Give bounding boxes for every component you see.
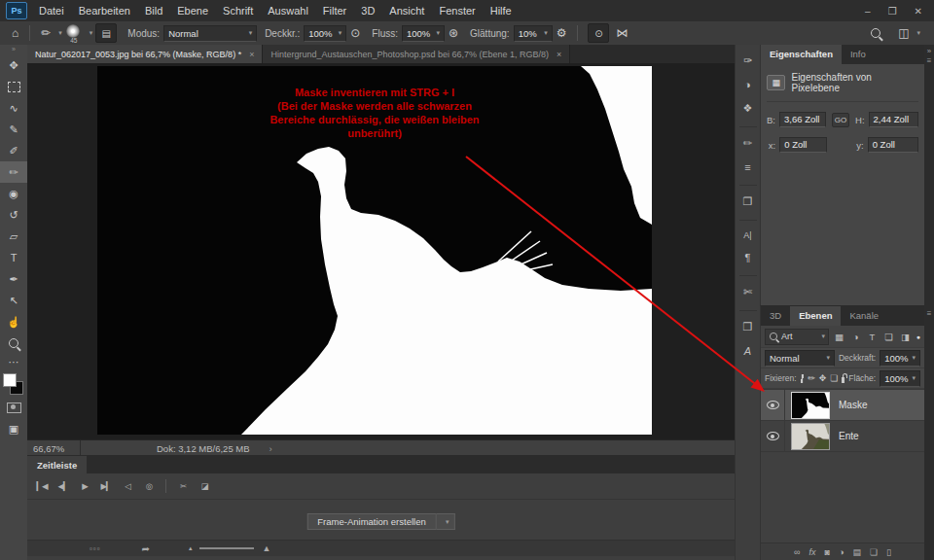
brush-preview[interactable]: 45 xyxy=(64,23,84,43)
link-layers-icon[interactable]: ∞ xyxy=(794,547,800,557)
layer-opacity-select[interactable]: 100% ▾ xyxy=(880,350,920,367)
zoom-tool[interactable] xyxy=(0,332,27,354)
flow-select[interactable]: 100% ▾ xyxy=(402,25,445,42)
libraries-panel-icon[interactable]: ❒ xyxy=(743,321,753,333)
render-settings-icon[interactable]: ◎ xyxy=(138,481,160,491)
lock-position-icon[interactable]: ✥ xyxy=(819,373,827,383)
tab-close-icon[interactable]: × xyxy=(557,50,561,59)
menu-3d[interactable]: 3D xyxy=(361,5,375,17)
minimize-icon[interactable]: – xyxy=(865,6,871,17)
brush-preset-chevron-icon[interactable]: ▾ xyxy=(58,29,62,37)
brush-tool[interactable]: ✏ xyxy=(0,161,27,183)
properties-menu-icon[interactable]: ≡ xyxy=(924,56,934,65)
brushes-panel-icon[interactable]: ✑ xyxy=(743,54,752,67)
create-animation-chevron-icon[interactable]: ▾ xyxy=(437,513,455,530)
menu-fenster[interactable]: Fenster xyxy=(439,5,475,17)
filter-type-layers-icon[interactable]: T xyxy=(866,332,879,342)
layer-row-ente[interactable]: Ente xyxy=(761,421,924,452)
workspace-chevron-icon[interactable]: ▾ xyxy=(916,29,920,37)
eyedropper-tool[interactable]: ✐ xyxy=(0,140,27,161)
tab-zeitleiste[interactable]: Zeitleiste xyxy=(27,456,87,474)
transition-icon[interactable]: ◪ xyxy=(194,481,215,491)
pen-tool[interactable]: ✒ xyxy=(0,268,27,290)
adjustments-panel-icon[interactable]: ◑ xyxy=(744,79,751,90)
screen-mode-button[interactable]: ▣ xyxy=(0,418,27,439)
menu-bearbeiten[interactable]: Bearbeiten xyxy=(79,5,130,17)
history-brush-tool[interactable]: ↺ xyxy=(0,204,27,226)
styles-panel-icon[interactable]: ❖ xyxy=(743,102,753,115)
brush-preset-icon[interactable]: ✏ xyxy=(37,26,54,40)
airbrush-icon[interactable]: ⊛ xyxy=(445,26,462,40)
paragraph-panel-icon[interactable]: ¶ xyxy=(745,252,751,263)
shortcut-arrow-icon[interactable]: ➦ xyxy=(142,543,150,554)
menu-ebene[interactable]: Ebene xyxy=(177,5,208,17)
previous-frame-icon[interactable]: ◀▎ xyxy=(53,481,74,491)
home-icon[interactable]: ⌂ xyxy=(8,26,22,40)
new-group-icon[interactable]: ▤ xyxy=(852,547,861,557)
layer-row-maske[interactable]: Maske xyxy=(761,390,924,421)
filter-pixel-layers-icon[interactable]: ▦ xyxy=(833,332,845,342)
visibility-cell[interactable] xyxy=(761,390,785,420)
document-tab-natur[interactable]: Natur_062017_0053.jpg bei 66,7% (Maske, … xyxy=(27,45,263,63)
tab-3d[interactable]: 3D xyxy=(761,306,790,326)
tools-panel-icon[interactable]: ✄ xyxy=(743,286,752,298)
canvas-mask-image[interactable] xyxy=(97,66,652,435)
filter-shape-layers-icon[interactable]: ❏ xyxy=(882,332,895,342)
glyphs-panel-icon[interactable]: A xyxy=(744,345,751,357)
clone-stamp-tool[interactable]: ◉ xyxy=(0,183,27,204)
filter-adjustment-layers-icon[interactable]: ◑ xyxy=(849,332,862,342)
lock-transparency-icon[interactable] xyxy=(801,374,805,383)
audio-icon[interactable]: ◁ xyxy=(117,481,138,491)
tab-kanaele[interactable]: Kanäle xyxy=(841,306,887,326)
x-field[interactable]: 0 Zoll xyxy=(779,137,827,153)
type-tool[interactable]: T xyxy=(0,247,27,268)
marquee-tool[interactable] xyxy=(0,76,27,97)
delete-layer-icon[interactable]: ▯ xyxy=(886,547,891,557)
eraser-tool[interactable]: ▱ xyxy=(0,226,27,247)
pressure-size-toggle-icon[interactable]: ⊙ xyxy=(588,23,609,43)
new-adjustment-layer-icon[interactable]: ◑ xyxy=(839,547,844,557)
tab-ebenen[interactable]: Ebenen xyxy=(790,306,841,326)
quick-mask-button[interactable] xyxy=(0,397,27,418)
menu-ansicht[interactable]: Ansicht xyxy=(389,5,424,17)
layers-menu-icon[interactable]: ≡ xyxy=(924,309,934,318)
filter-toggle-icon[interactable]: ● xyxy=(916,333,920,340)
frame-boxes-icon[interactable]: ▫▫▫ xyxy=(90,544,101,553)
y-field[interactable]: 0 Zoll xyxy=(868,137,918,153)
add-layer-mask-icon[interactable]: ◙ xyxy=(825,547,830,557)
status-expand-icon[interactable]: › xyxy=(269,443,272,454)
play-icon[interactable]: ▶ xyxy=(74,481,95,491)
menu-datei[interactable]: Datei xyxy=(39,5,64,17)
create-frame-animation-button[interactable]: Frame-Animation erstellen xyxy=(306,513,436,530)
layer-thumbnail-maske[interactable] xyxy=(791,392,830,419)
timeline-zoom-out-icon[interactable]: ▴ xyxy=(189,544,193,552)
height-field[interactable]: 2,44 Zoll xyxy=(869,112,918,127)
lock-all-icon[interactable] xyxy=(842,377,844,383)
layer-fill-select[interactable]: 100% ▾ xyxy=(880,370,920,387)
lock-pixels-icon[interactable]: ✏ xyxy=(808,373,815,383)
menu-bild[interactable]: Bild xyxy=(145,5,162,17)
brush-settings-toggle-icon[interactable]: ▤ xyxy=(95,23,117,43)
hand-tool[interactable]: ☝ xyxy=(0,311,27,332)
layer-name[interactable]: Ente xyxy=(839,431,859,441)
tab-eigenschaften[interactable]: Eigenschaften xyxy=(761,45,842,64)
color-swatches[interactable] xyxy=(0,373,27,397)
more-tools[interactable]: ⋯ xyxy=(0,354,27,369)
quick-selection-tool[interactable]: ✎ xyxy=(0,119,27,140)
direct-selection-tool[interactable]: ↖ xyxy=(0,290,27,311)
brush-picker-chevron-icon[interactable]: ▾ xyxy=(90,29,93,37)
menu-auswahl[interactable]: Auswahl xyxy=(268,5,308,17)
menu-schrift[interactable]: Schrift xyxy=(223,5,253,17)
first-frame-icon[interactable]: ▎◀ xyxy=(31,481,53,491)
layer-thumbnail-ente[interactable] xyxy=(791,423,830,450)
tab-info[interactable]: Info xyxy=(842,45,875,64)
brush-settings-panel-icon[interactable]: ✏ xyxy=(743,137,752,150)
dock-collapse-icon[interactable]: » xyxy=(924,47,934,55)
layer-name[interactable]: Maske xyxy=(839,400,867,410)
clone-source-panel-icon[interactable]: ❐ xyxy=(743,195,753,208)
layer-filter-select[interactable]: Art ▾ xyxy=(765,329,829,345)
move-tool[interactable]: ✥ xyxy=(0,54,27,76)
filter-smart-objects-icon[interactable]: ◨ xyxy=(899,332,912,342)
restore-icon[interactable]: ❐ xyxy=(888,6,897,17)
tab-close-icon[interactable]: × xyxy=(249,50,254,59)
